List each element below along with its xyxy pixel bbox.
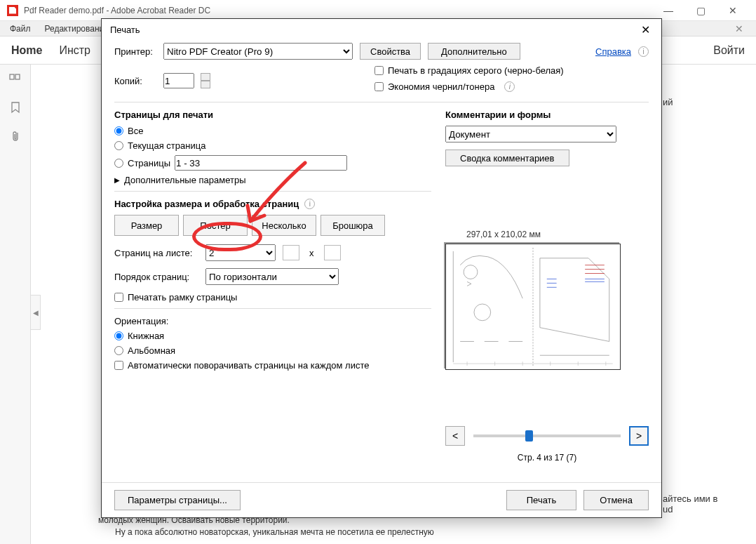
radio-range-label: Страницы [128,158,170,168]
preview-dimensions: 297,01 x 210,02 мм [445,230,649,239]
page-setup-button[interactable]: Параметры страницы... [114,490,241,510]
radio-current-label: Текущая страница [128,140,205,151]
pages-per-sheet-label: Страниц на листе: [114,248,198,258]
page-order-select[interactable]: По горизонтали [205,268,339,285]
right-panel: ий айтесь ими в ud Подробнее [661,65,756,516]
custom-rows-input[interactable] [324,245,341,260]
app-icon [7,5,18,16]
menu-file[interactable]: Файл [6,22,35,35]
auto-rotate-checkbox[interactable] [114,361,123,370]
radio-all-pages[interactable] [114,126,123,135]
radio-current-page[interactable] [114,141,123,150]
print-button[interactable]: Печать [506,490,577,510]
more-options-toggle[interactable]: ▶ Дополнительные параметры [114,175,431,185]
size-tab[interactable]: Размер [114,215,179,236]
collapse-sidebar-icon[interactable]: ◀ [31,295,41,330]
attachments-icon[interactable] [8,129,22,143]
copies-spinner[interactable] [201,73,210,88]
copies-input[interactable] [163,73,194,88]
comments-forms-title: Комментарии и формы [445,110,649,120]
bookmarks-icon[interactable] [8,101,22,115]
help-link[interactable]: Справка [595,46,631,57]
close-window-button[interactable]: ✕ [717,0,749,21]
dialog-title: Печать [110,25,140,35]
dialog-close-button[interactable]: ✕ [638,20,653,39]
radio-all-label: Все [128,126,143,136]
help-info-icon[interactable]: i [638,46,649,57]
custom-cols-input[interactable] [283,245,299,260]
x-separator: x [309,248,314,258]
right-peek-line2: айтесь ими в [661,493,756,504]
summarize-comments-button[interactable]: Сводка комментариев [445,150,569,166]
pages-to-print-title: Страницы для печати [114,110,431,120]
page-range-input[interactable] [175,155,347,171]
svg-rect-0 [10,74,14,79]
properties-button[interactable]: Свойства [360,43,421,60]
grayscale-label: Печать в градациях серого (черно-белая) [388,65,564,76]
preview-slider[interactable] [473,434,621,437]
cancel-button[interactable]: Отмена [583,490,649,510]
window-title: Pdf Reader demo.pdf - Adobe Acrobat Read… [24,6,210,15]
copies-label: Копий: [114,76,156,86]
advanced-button[interactable]: Дополнительно [428,43,520,60]
page-preview [445,244,621,370]
booklet-tab[interactable]: Брошюра [320,215,385,236]
sizing-title: Настройка размера и обработка страниц [114,199,299,209]
prev-page-button[interactable]: < [445,426,465,446]
page-order-label: Порядок страниц: [114,272,198,282]
auto-rotate-label: Автоматически поворачивать страницы на к… [128,360,369,371]
slider-thumb[interactable] [525,430,533,442]
portrait-label: Книжная [128,331,164,341]
radio-portrait[interactable] [114,331,123,340]
svg-rect-1 [15,74,20,79]
radio-page-range[interactable] [114,159,123,168]
radio-landscape[interactable] [114,346,123,355]
menu-edit[interactable]: Редактировани [41,22,109,35]
poster-tab[interactable]: Постер [183,215,248,236]
save-ink-info-icon[interactable]: i [504,81,515,92]
tab-tools[interactable]: Инстр [59,39,90,62]
comments-forms-select[interactable]: Документ [445,126,616,142]
document-text: молодых женщин. Осваивать новые территор… [98,515,434,538]
print-dialog: Печать ✕ Принтер: Nitro PDF Creator (Pro… [101,18,662,518]
orientation-title: Ориентация: [114,316,431,326]
page-counter: Стр. 4 из 17 (7) [445,453,649,463]
sizing-info-icon[interactable]: i [304,199,315,209]
tab-home[interactable]: Home [11,39,42,62]
printer-label: Принтер: [114,46,156,57]
grayscale-checkbox[interactable] [374,66,384,75]
thumbnails-icon[interactable] [8,73,22,87]
right-peek-line1: ий [661,97,756,107]
next-page-button[interactable]: > [629,426,649,446]
more-options-label: Дополнительные параметры [124,175,246,185]
printer-select[interactable]: Nitro PDF Creator (Pro 9) [163,43,353,60]
signin-link[interactable]: Войти [713,44,745,57]
save-ink-label: Экономия чернил/тонера [388,81,494,92]
pages-per-sheet-select[interactable]: 2 [205,244,276,261]
print-border-label: Печатать рамку страницы [128,292,237,303]
menu-close-icon[interactable]: ✕ [728,23,750,34]
maximize-button[interactable]: ▢ [684,0,717,21]
right-peek-line3: ud [661,504,756,515]
landscape-label: Альбомная [128,345,175,356]
chevron-right-icon: ▶ [114,176,120,184]
save-ink-checkbox[interactable] [374,82,384,91]
multiple-tab[interactable]: Несколько [252,215,316,236]
print-border-checkbox[interactable] [114,293,123,302]
